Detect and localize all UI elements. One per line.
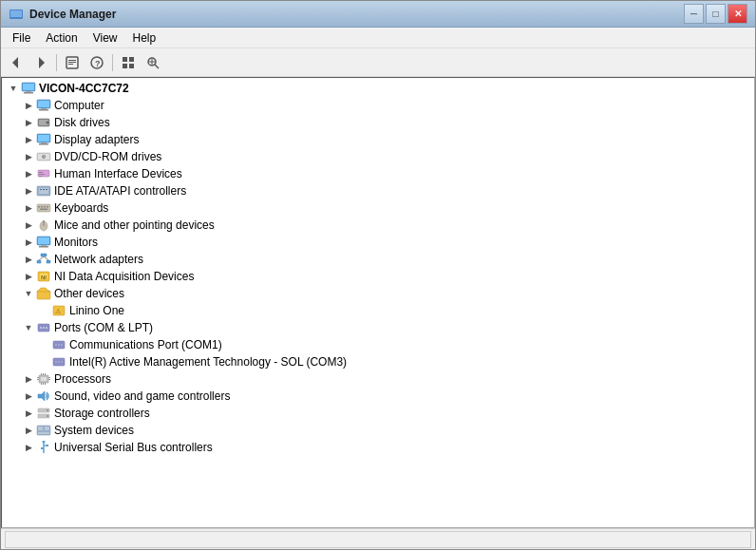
tree-item-com1[interactable]: ▶ Communications Port (COM1): [2, 336, 754, 353]
monitors-expander[interactable]: ▶: [21, 235, 36, 250]
storage-icon: [36, 406, 51, 421]
toolbar-separator-1: [56, 54, 57, 71]
scan-button[interactable]: [142, 51, 164, 74]
keyboards-label: Keyboards: [54, 201, 108, 215]
com1-label: Communications Port (COM1): [69, 338, 222, 351]
monitors-label: Monitors: [54, 236, 98, 249]
svg-text:⚠: ⚠: [55, 308, 61, 314]
linino-icon: ⚠: [51, 303, 66, 318]
svg-point-29: [47, 122, 49, 124]
menu-file[interactable]: File: [5, 29, 38, 47]
help-icon: ?: [89, 55, 104, 70]
dvd-expander[interactable]: ▶: [21, 149, 36, 164]
mice-expander[interactable]: ▶: [21, 218, 36, 233]
tree-item-disk-drives[interactable]: ▶ Disk drives: [2, 114, 754, 131]
svg-rect-40: [39, 174, 45, 175]
tree-item-processors[interactable]: ▶: [2, 370, 754, 388]
svg-rect-57: [38, 237, 49, 244]
svg-rect-92: [45, 373, 46, 375]
tree-item-ports[interactable]: ▼ Ports (COM & LPT): [2, 319, 754, 336]
processors-expander[interactable]: ▶: [21, 371, 36, 387]
menu-view[interactable]: View: [85, 29, 125, 47]
svg-rect-61: [37, 260, 41, 263]
svg-point-37: [43, 156, 45, 158]
storage-expander[interactable]: ▶: [21, 406, 36, 421]
ide-icon: [36, 183, 51, 199]
tree-item-linino[interactable]: ▶ ⚠ Linino One: [2, 302, 754, 319]
svg-rect-50: [44, 206, 46, 208]
svg-line-63: [39, 256, 44, 260]
processors-label: Processors: [54, 372, 111, 386]
tree-view[interactable]: ▼ VICON-4CC7C72 ▶: [1, 77, 755, 528]
properties-button[interactable]: [61, 51, 84, 74]
svg-rect-52: [40, 209, 47, 211]
tree-item-keyboards[interactable]: ▶ Keyboards: [2, 199, 754, 217]
close-button[interactable]: ✕: [728, 4, 747, 24]
svg-rect-32: [41, 142, 47, 143]
ports-label: Ports (COM & LPT): [54, 321, 153, 334]
svg-line-16: [155, 65, 159, 68]
mice-label: Mice and other pointing devices: [54, 218, 215, 232]
sysdev-expander[interactable]: ▶: [21, 423, 36, 438]
disk-expander[interactable]: ▶: [21, 115, 36, 130]
toolbar: ?: [1, 48, 755, 77]
computer-icon: [36, 98, 51, 113]
tree-item-sound[interactable]: ▶ Sound, video and game controllers: [2, 388, 754, 405]
tree-item-storage[interactable]: ▶ Storage controllers: [2, 405, 754, 422]
tree-item-hid[interactable]: ▶ Human Interface Devices: [2, 165, 754, 182]
tree-item-other[interactable]: ▼ Other devices: [2, 285, 754, 302]
minimize-button[interactable]: ─: [684, 4, 704, 24]
svg-rect-103: [45, 427, 49, 430]
tree-item-ide[interactable]: ▶ IDE ATA/ATAPI controllers: [2, 182, 754, 199]
tree-item-display[interactable]: ▶ Display adapters: [2, 131, 754, 148]
network-expander[interactable]: ▶: [21, 252, 36, 267]
title-bar-left: Device Manager: [9, 7, 116, 22]
svg-rect-87: [48, 377, 50, 378]
svg-rect-26: [39, 109, 48, 111]
usb-expander[interactable]: ▶: [21, 440, 36, 455]
keyboards-expander[interactable]: ▶: [21, 200, 36, 216]
hid-label: Human Interface Devices: [54, 167, 182, 180]
tree-root[interactable]: ▼ VICON-4CC7C72: [2, 80, 754, 97]
svg-point-100: [47, 415, 48, 417]
ide-expander[interactable]: ▶: [21, 183, 36, 199]
display-expander[interactable]: ▶: [21, 132, 36, 147]
menu-help[interactable]: Help: [125, 29, 164, 47]
root-label: VICON-4CC7C72: [39, 82, 129, 95]
svg-rect-48: [38, 206, 40, 208]
monitors-icon: [36, 235, 51, 250]
tree-item-monitors[interactable]: ▶ Monitors: [2, 234, 754, 251]
tree-item-usb[interactable]: ▶ Universal Serial Bus controllers: [2, 439, 754, 456]
tree-item-sysdev[interactable]: ▶ System devices: [2, 422, 754, 439]
maximize-button[interactable]: □: [706, 4, 726, 24]
svg-marker-4: [39, 57, 45, 68]
svg-point-73: [40, 327, 43, 330]
sound-expander[interactable]: ▶: [21, 389, 36, 404]
back-button[interactable]: [5, 51, 28, 74]
ni-label: NI Data Acquisition Devices: [54, 270, 194, 283]
svg-rect-46: [46, 189, 47, 190]
ni-expander[interactable]: ▶: [21, 269, 36, 284]
mice-icon: [36, 218, 51, 233]
svg-rect-24: [38, 101, 49, 107]
svg-rect-2: [12, 18, 20, 19]
tree-item-ni[interactable]: ▶ NI NI Data Acquisition Devices: [2, 268, 754, 285]
root-expander[interactable]: ▼: [6, 81, 21, 96]
computer-expander[interactable]: ▶: [21, 98, 36, 113]
other-expander[interactable]: ▼: [21, 286, 36, 301]
help-button[interactable]: ?: [85, 51, 108, 74]
tree-item-dvd[interactable]: ▶ DVD/CD-ROM drives: [2, 148, 754, 165]
hid-expander[interactable]: ▶: [21, 166, 36, 181]
tree-item-com3[interactable]: ▶ Intel(R) Active Management Technology …: [2, 353, 754, 370]
tree-item-network[interactable]: ▶ Network adapters: [2, 251, 754, 268]
grid-icon: [121, 55, 136, 70]
ports-expander[interactable]: ▼: [21, 320, 36, 335]
grid-button[interactable]: [117, 51, 140, 74]
tree-item-mice[interactable]: ▶ Mice and other pointing devices: [2, 217, 754, 234]
svg-rect-85: [41, 377, 47, 381]
forward-button[interactable]: [29, 51, 52, 74]
svg-rect-91: [43, 373, 44, 375]
menu-action[interactable]: Action: [38, 29, 85, 47]
tree-item-computer[interactable]: ▶ Computer: [2, 97, 754, 114]
svg-rect-60: [41, 254, 47, 256]
